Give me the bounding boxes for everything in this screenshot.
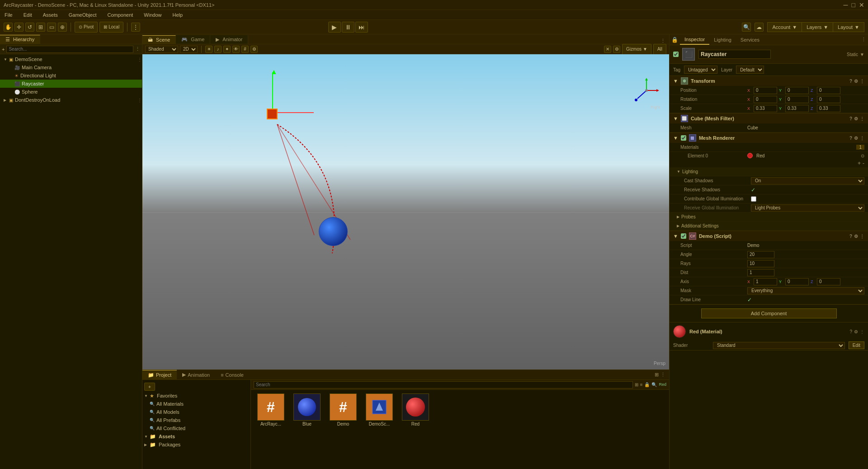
lighting-toggle[interactable]: ☀	[205, 46, 212, 53]
layer-dropdown[interactable]: Default	[736, 66, 764, 74]
hierarchy-options-icon[interactable]: ⋮	[135, 46, 140, 52]
sidebar-item-all-models[interactable]: 🔍 All Models	[142, 408, 250, 416]
tool-rotate[interactable]: ↺	[25, 23, 34, 32]
mat-action-3[interactable]: ⋮	[860, 329, 864, 334]
rot-y-input[interactable]	[785, 96, 809, 103]
sidebar-item-favorites[interactable]: ▼ ★ Favorites	[142, 392, 250, 400]
pos-x-input[interactable]	[754, 87, 777, 94]
y-axis-handle[interactable]	[272, 72, 273, 109]
sidebar-item-all-materials[interactable]: 🔍 All Materials	[142, 400, 250, 408]
assets-search-input[interactable]	[254, 381, 633, 388]
tree-item-main-camera[interactable]: 🎥 Main Camera	[0, 63, 142, 71]
tool-rect[interactable]: ▭	[47, 23, 56, 32]
tab-inspector[interactable]: Inspector	[680, 34, 709, 45]
tree-item-sphere[interactable]: ⚪ Sphere	[0, 88, 142, 96]
angle-input[interactable]	[747, 251, 774, 258]
mat-add-btn[interactable]: +	[858, 160, 861, 166]
gizmos-button[interactable]: Gizmos ▼	[622, 44, 651, 55]
tab-scene[interactable]: 🏔 Scene	[142, 35, 176, 44]
receive-shadows-check[interactable]: ✓	[751, 187, 755, 193]
tab-console[interactable]: ≡ Console	[215, 370, 249, 379]
maximize-btn[interactable]: □	[852, 1, 855, 9]
x-axis-handle[interactable]	[278, 112, 314, 113]
scale-z-input[interactable]	[817, 105, 840, 112]
demoscene-menu[interactable]: ⋮	[137, 57, 142, 62]
contribute-gi-checkbox[interactable]	[751, 196, 756, 202]
local-button[interactable]: ⊠ Local	[99, 22, 123, 33]
probes-subsection-header[interactable]: ▶ Probes	[670, 213, 868, 222]
minimize-btn[interactable]: ─	[844, 1, 848, 9]
mesh-renderer-action-2[interactable]: ⚙	[854, 136, 858, 141]
assets-list-view[interactable]: ≡	[640, 382, 643, 387]
tool-move[interactable]: ✛	[14, 23, 24, 32]
scale-y-input[interactable]	[785, 105, 809, 112]
mat-remove-btn[interactable]: -	[863, 160, 864, 166]
cloud-button[interactable]: ☁	[755, 23, 764, 32]
scene-tool-2[interactable]: ⚙	[613, 46, 620, 53]
tab-lighting[interactable]: Lighting	[709, 34, 736, 45]
account-button[interactable]: Account ▼	[767, 22, 802, 32]
mesh-filter-action-2[interactable]: ⚙	[854, 116, 858, 121]
tool-extra[interactable]: ⋮	[131, 23, 140, 32]
assets-list-lock[interactable]: 🔒	[644, 382, 650, 387]
asset-item-demo[interactable]: # Demo	[327, 393, 359, 426]
transform-header[interactable]: ▼ ⊕ Transform ? ⚙ ⋮	[670, 76, 868, 86]
mesh-renderer-checkbox[interactable]	[681, 135, 686, 141]
demo-script-action-3[interactable]: ⋮	[860, 234, 864, 239]
tree-item-demoscene[interactable]: ▼ ▣ DemoScene ⋮	[0, 55, 142, 63]
scene-tool-1[interactable]: ✕	[604, 46, 611, 53]
sidebar-item-packages-folder[interactable]: ▶ 📁 Packages	[142, 441, 250, 449]
transform-action-2[interactable]: ⚙	[854, 79, 858, 84]
layers-button[interactable]: Layers ▼	[802, 22, 833, 32]
mat-options-icon[interactable]: ⊙	[861, 153, 864, 158]
shading-mode-dropdown[interactable]: Shaded Wireframe	[145, 46, 178, 53]
sidebar-item-assets-folder[interactable]: ▼ 📁 Assets	[142, 432, 250, 441]
axis-x-input[interactable]	[754, 278, 777, 285]
fx-toggle[interactable]: ✦	[223, 46, 231, 53]
transform-action-1[interactable]: ?	[849, 79, 852, 84]
step-button[interactable]: ⏭	[355, 22, 368, 33]
mesh-renderer-action-3[interactable]: ⋮	[860, 136, 864, 141]
menu-help[interactable]: Help	[170, 11, 185, 19]
mask-dropdown[interactable]: Everything Nothing	[747, 287, 864, 294]
tab-animator[interactable]: ▶ Animator	[210, 35, 248, 44]
pos-y-input[interactable]	[785, 87, 809, 94]
demo-script-checkbox[interactable]	[681, 233, 686, 239]
add-asset-button[interactable]: +	[144, 383, 155, 391]
mesh-filter-action-1[interactable]: ?	[849, 116, 852, 121]
asset-item-demosc[interactable]: DemoSc...	[363, 393, 396, 426]
menu-window[interactable]: Window	[141, 11, 164, 19]
menu-component[interactable]: Component	[104, 11, 136, 19]
rays-input[interactable]	[747, 260, 774, 267]
dist-input[interactable]	[747, 269, 774, 276]
axis-z-input[interactable]	[817, 278, 840, 285]
scene-visibility[interactable]: 👁	[232, 46, 240, 53]
close-btn[interactable]: ✕	[859, 1, 864, 9]
mesh-filter-header[interactable]: ▼ ⬜ Cube (Mesh Filter) ? ⚙ ⋮	[670, 114, 868, 123]
tab-game[interactable]: 🎮 Game	[176, 35, 210, 44]
rot-x-input[interactable]	[754, 96, 777, 103]
inspector-lock-icon[interactable]: 🔒	[671, 37, 678, 43]
pause-button[interactable]: ⏸	[342, 22, 354, 33]
draw-line-check[interactable]: ✓	[747, 297, 752, 303]
pos-z-input[interactable]	[817, 87, 840, 94]
tab-project[interactable]: 📁 Project	[142, 370, 177, 379]
tool-scale[interactable]: ⊞	[36, 23, 45, 32]
menu-edit[interactable]: Edit	[21, 11, 35, 19]
scene-view-canvas[interactable]: ▲	[142, 54, 669, 370]
scene-options-icon[interactable]: ⋮	[660, 38, 665, 44]
tab-services[interactable]: Services	[736, 34, 764, 45]
bottom-panel-icon-2[interactable]: ⋮	[660, 372, 665, 378]
inspector-options-icon[interactable]: ⋮	[861, 37, 866, 42]
dontdestroy-menu[interactable]: ⋮	[137, 98, 142, 103]
static-dropdown-icon[interactable]: ▼	[860, 52, 864, 57]
receive-gi-dropdown[interactable]: Light Probes Lightmaps	[751, 204, 864, 212]
audio-toggle[interactable]: ♪	[214, 46, 222, 53]
add-component-button[interactable]: Add Component	[701, 308, 837, 318]
demo-script-header[interactable]: ▼ C# Demo (Script) ? ⚙ ⋮	[670, 231, 868, 241]
sidebar-item-all-conflicted[interactable]: 🔍 All Conflicted	[142, 424, 250, 432]
play-button[interactable]: ▶	[328, 22, 341, 33]
go-name-input[interactable]	[698, 50, 771, 59]
asset-item-arcrayc[interactable]: # ArcRayc...	[255, 393, 287, 426]
additional-settings-header[interactable]: ▶ Additional Settings	[670, 222, 868, 231]
